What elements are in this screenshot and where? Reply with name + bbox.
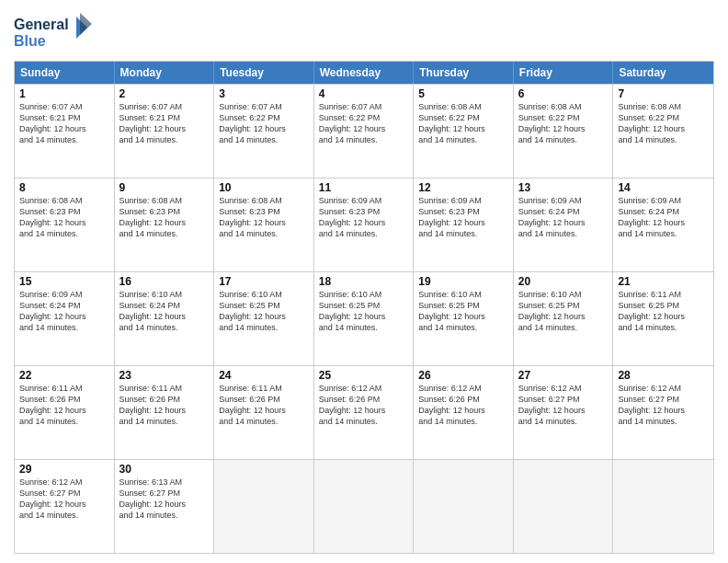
calendar-day-cell: 29Sunrise: 6:12 AM Sunset: 6:27 PM Dayli… [15, 460, 115, 553]
calendar-empty-cell [514, 460, 614, 553]
calendar-day-cell: 4Sunrise: 6:07 AM Sunset: 6:22 PM Daylig… [314, 85, 415, 178]
header: General Blue [14, 9, 714, 55]
day-info: Sunrise: 6:12 AM Sunset: 6:27 PM Dayligh… [618, 383, 709, 428]
day-number: 24 [219, 369, 309, 382]
svg-text:General: General [14, 17, 69, 32]
logo-text: General Blue [14, 13, 97, 55]
day-info: Sunrise: 6:11 AM Sunset: 6:26 PM Dayligh… [119, 383, 210, 428]
day-number: 7 [618, 87, 709, 100]
day-info: Sunrise: 6:07 AM Sunset: 6:22 PM Dayligh… [219, 101, 309, 146]
day-info: Sunrise: 6:10 AM Sunset: 6:25 PM Dayligh… [418, 289, 508, 334]
day-info: Sunrise: 6:07 AM Sunset: 6:22 PM Dayligh… [319, 101, 409, 146]
day-number: 9 [119, 181, 210, 194]
day-number: 8 [19, 181, 109, 194]
calendar-day-cell: 2Sunrise: 6:07 AM Sunset: 6:21 PM Daylig… [115, 85, 215, 178]
day-number: 27 [518, 369, 609, 382]
calendar-day-cell: 12Sunrise: 6:09 AM Sunset: 6:23 PM Dayli… [414, 178, 514, 271]
calendar-day-cell: 19Sunrise: 6:10 AM Sunset: 6:25 PM Dayli… [414, 272, 514, 365]
calendar-day-cell: 8Sunrise: 6:08 AM Sunset: 6:23 PM Daylig… [15, 178, 115, 271]
day-info: Sunrise: 6:09 AM Sunset: 6:24 PM Dayligh… [618, 195, 709, 240]
day-number: 18 [319, 275, 409, 288]
calendar: SundayMondayTuesdayWednesdayThursdayFrid… [14, 61, 714, 554]
day-info: Sunrise: 6:07 AM Sunset: 6:21 PM Dayligh… [119, 101, 210, 146]
calendar-empty-cell [314, 460, 415, 553]
calendar-day-cell: 28Sunrise: 6:12 AM Sunset: 6:27 PM Dayli… [613, 366, 713, 459]
calendar-header-cell: Sunday [15, 62, 115, 84]
calendar-day-cell: 16Sunrise: 6:10 AM Sunset: 6:24 PM Dayli… [115, 272, 215, 365]
day-number: 23 [119, 369, 210, 382]
calendar-day-cell: 5Sunrise: 6:08 AM Sunset: 6:22 PM Daylig… [414, 85, 514, 178]
day-number: 29 [19, 463, 109, 476]
day-number: 11 [319, 181, 409, 194]
calendar-day-cell: 22Sunrise: 6:11 AM Sunset: 6:26 PM Dayli… [15, 366, 115, 459]
day-number: 30 [119, 463, 210, 476]
calendar-day-cell: 3Sunrise: 6:07 AM Sunset: 6:22 PM Daylig… [214, 85, 314, 178]
day-number: 28 [618, 369, 709, 382]
day-number: 2 [119, 87, 210, 100]
calendar-header-cell: Saturday [613, 62, 713, 84]
calendar-day-cell: 6Sunrise: 6:08 AM Sunset: 6:22 PM Daylig… [514, 85, 614, 178]
calendar-day-cell: 7Sunrise: 6:08 AM Sunset: 6:22 PM Daylig… [613, 85, 713, 178]
calendar-header: SundayMondayTuesdayWednesdayThursdayFrid… [15, 62, 713, 84]
day-info: Sunrise: 6:08 AM Sunset: 6:22 PM Dayligh… [418, 101, 508, 146]
calendar-day-cell: 24Sunrise: 6:11 AM Sunset: 6:26 PM Dayli… [214, 366, 314, 459]
day-number: 15 [19, 275, 109, 288]
calendar-day-cell: 13Sunrise: 6:09 AM Sunset: 6:24 PM Dayli… [514, 178, 614, 271]
day-number: 21 [618, 275, 709, 288]
day-info: Sunrise: 6:08 AM Sunset: 6:22 PM Dayligh… [518, 101, 609, 146]
calendar-day-cell: 1Sunrise: 6:07 AM Sunset: 6:21 PM Daylig… [15, 85, 115, 178]
day-number: 19 [418, 275, 508, 288]
calendar-header-cell: Wednesday [314, 62, 415, 84]
calendar-header-cell: Tuesday [214, 62, 314, 84]
page: General Blue SundayMondayTuesdayWednesda… [0, 0, 728, 563]
day-info: Sunrise: 6:11 AM Sunset: 6:26 PM Dayligh… [19, 383, 109, 428]
day-number: 17 [219, 275, 309, 288]
day-info: Sunrise: 6:09 AM Sunset: 6:23 PM Dayligh… [418, 195, 508, 240]
calendar-empty-cell [414, 460, 514, 553]
day-info: Sunrise: 6:12 AM Sunset: 6:27 PM Dayligh… [518, 383, 609, 428]
calendar-day-cell: 25Sunrise: 6:12 AM Sunset: 6:26 PM Dayli… [314, 366, 415, 459]
calendar-day-cell: 27Sunrise: 6:12 AM Sunset: 6:27 PM Dayli… [514, 366, 614, 459]
day-info: Sunrise: 6:07 AM Sunset: 6:21 PM Dayligh… [19, 101, 109, 146]
day-number: 14 [618, 181, 709, 194]
day-info: Sunrise: 6:10 AM Sunset: 6:25 PM Dayligh… [518, 289, 609, 334]
day-number: 25 [319, 369, 409, 382]
calendar-header-cell: Monday [115, 62, 215, 84]
calendar-day-cell: 11Sunrise: 6:09 AM Sunset: 6:23 PM Dayli… [314, 178, 415, 271]
calendar-row: 22Sunrise: 6:11 AM Sunset: 6:26 PM Dayli… [15, 365, 713, 459]
day-number: 3 [219, 87, 309, 100]
day-info: Sunrise: 6:12 AM Sunset: 6:26 PM Dayligh… [418, 383, 508, 428]
calendar-day-cell: 10Sunrise: 6:08 AM Sunset: 6:23 PM Dayli… [214, 178, 314, 271]
calendar-day-cell: 14Sunrise: 6:09 AM Sunset: 6:24 PM Dayli… [613, 178, 713, 271]
day-info: Sunrise: 6:10 AM Sunset: 6:25 PM Dayligh… [319, 289, 409, 334]
day-info: Sunrise: 6:09 AM Sunset: 6:24 PM Dayligh… [19, 289, 109, 334]
calendar-empty-cell [214, 460, 314, 553]
day-info: Sunrise: 6:10 AM Sunset: 6:25 PM Dayligh… [219, 289, 309, 334]
calendar-empty-cell [613, 460, 713, 553]
day-info: Sunrise: 6:08 AM Sunset: 6:23 PM Dayligh… [219, 195, 309, 240]
day-number: 26 [418, 369, 508, 382]
day-info: Sunrise: 6:09 AM Sunset: 6:23 PM Dayligh… [319, 195, 409, 240]
day-number: 12 [418, 181, 508, 194]
day-number: 16 [119, 275, 210, 288]
calendar-day-cell: 9Sunrise: 6:08 AM Sunset: 6:23 PM Daylig… [115, 178, 215, 271]
day-number: 1 [19, 87, 109, 100]
day-number: 6 [518, 87, 609, 100]
day-info: Sunrise: 6:08 AM Sunset: 6:23 PM Dayligh… [19, 195, 109, 240]
calendar-day-cell: 23Sunrise: 6:11 AM Sunset: 6:26 PM Dayli… [115, 366, 215, 459]
day-info: Sunrise: 6:11 AM Sunset: 6:25 PM Dayligh… [618, 289, 709, 334]
day-number: 13 [518, 181, 609, 194]
calendar-day-cell: 15Sunrise: 6:09 AM Sunset: 6:24 PM Dayli… [15, 272, 115, 365]
svg-text:Blue: Blue [14, 33, 46, 49]
calendar-body: 1Sunrise: 6:07 AM Sunset: 6:21 PM Daylig… [15, 84, 713, 553]
calendar-header-cell: Friday [514, 62, 614, 84]
calendar-row: 1Sunrise: 6:07 AM Sunset: 6:21 PM Daylig… [15, 84, 713, 178]
calendar-day-cell: 17Sunrise: 6:10 AM Sunset: 6:25 PM Dayli… [214, 272, 314, 365]
day-info: Sunrise: 6:12 AM Sunset: 6:26 PM Dayligh… [319, 383, 409, 428]
calendar-day-cell: 26Sunrise: 6:12 AM Sunset: 6:26 PM Dayli… [414, 366, 514, 459]
calendar-day-cell: 21Sunrise: 6:11 AM Sunset: 6:25 PM Dayli… [613, 272, 713, 365]
day-info: Sunrise: 6:12 AM Sunset: 6:27 PM Dayligh… [19, 477, 109, 522]
day-number: 10 [219, 181, 309, 194]
day-number: 4 [319, 87, 409, 100]
day-info: Sunrise: 6:09 AM Sunset: 6:24 PM Dayligh… [518, 195, 609, 240]
